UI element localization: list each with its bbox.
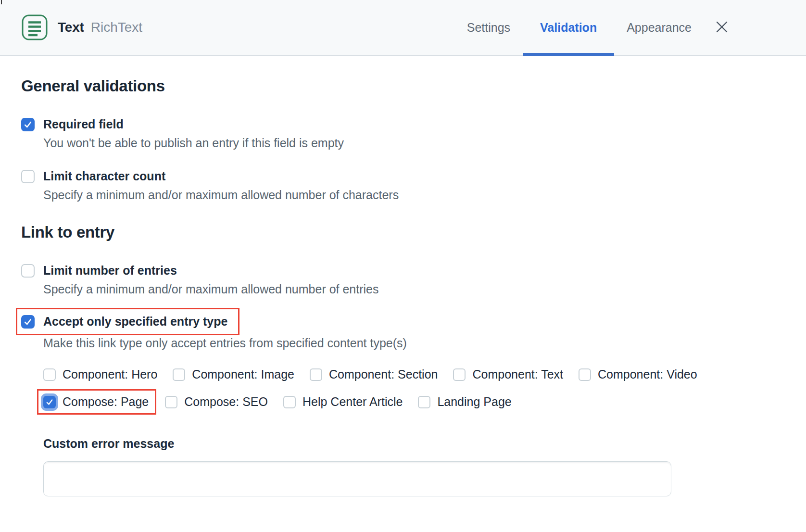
field-settings-header: Text RichText Settings Validation Appear… <box>0 0 806 56</box>
limit-character-count-description: Specify a minimum and/or maximum allowed… <box>43 188 806 202</box>
accept-specified-entry-type-description: Make this link type only accept entries … <box>43 336 806 350</box>
option-component-text[interactable]: Component: Text <box>453 367 563 381</box>
close-icon <box>715 20 729 35</box>
red-annotation-accept-entry-type: Accept only specified entry type <box>16 308 239 335</box>
row-required-field: Required field <box>21 117 806 131</box>
option-component-hero[interactable]: Component: Hero <box>43 367 157 381</box>
section-title-link-to-entry: Link to entry <box>21 223 806 241</box>
tab-appearance-label: Appearance <box>627 21 692 35</box>
content-type-row-2: Compose: Page Compose: SEO Help Center A… <box>43 389 806 415</box>
tab-validation-label: Validation <box>540 21 597 35</box>
validation-panel: General validations Required field You w… <box>0 77 806 496</box>
component-text-checkbox[interactable] <box>453 368 466 381</box>
compose-page-label[interactable]: Compose: Page <box>63 395 149 409</box>
accept-specified-entry-type-checkbox[interactable] <box>21 315 35 329</box>
required-field-label[interactable]: Required field <box>43 117 124 131</box>
limit-number-of-entries-description: Specify a minimum and/or maximum allowed… <box>43 282 806 296</box>
accept-specified-entry-type-label[interactable]: Accept only specified entry type <box>43 315 227 329</box>
option-compose-seo[interactable]: Compose: SEO <box>165 395 268 409</box>
required-field-description: You won't be able to publish an entry if… <box>43 136 806 150</box>
tab-settings-label: Settings <box>467 21 510 35</box>
option-component-video[interactable]: Component: Video <box>579 367 697 381</box>
field-title-group: Text RichText <box>21 0 142 55</box>
row-accept-specified-entry-type: Accept only specified entry type <box>21 315 227 329</box>
help-center-article-label[interactable]: Help Center Article <box>302 395 403 409</box>
required-field-checkbox[interactable] <box>21 118 35 131</box>
component-section-label[interactable]: Component: Section <box>329 367 438 381</box>
row-limit-number-of-entries: Limit number of entries <box>21 264 806 278</box>
compose-seo-label[interactable]: Compose: SEO <box>184 395 268 409</box>
limit-character-count-label[interactable]: Limit character count <box>43 169 165 183</box>
component-video-checkbox[interactable] <box>579 368 591 381</box>
content-type-row-1: Component: Hero Component: Image Compone… <box>43 367 806 381</box>
rich-text-field-icon <box>21 14 48 41</box>
tab-appearance[interactable]: Appearance <box>627 0 692 55</box>
tab-validation[interactable]: Validation <box>540 0 597 55</box>
help-center-article-checkbox[interactable] <box>283 396 296 408</box>
screenshot-edge-artifact <box>1 0 2 4</box>
tab-bar: Settings Validation Appearance <box>437 0 730 55</box>
option-component-image[interactable]: Component: Image <box>173 367 294 381</box>
component-image-label[interactable]: Component: Image <box>192 367 294 381</box>
compose-seo-checkbox[interactable] <box>165 396 177 408</box>
custom-error-message-label: Custom error message <box>43 437 806 451</box>
component-text-label[interactable]: Component: Text <box>472 367 563 381</box>
field-type: RichText <box>91 20 142 35</box>
field-name: Text <box>58 20 84 35</box>
limit-number-of-entries-checkbox[interactable] <box>21 264 35 278</box>
active-tab-underline <box>523 53 614 56</box>
red-annotation-compose-page: Compose: Page <box>37 389 156 415</box>
compose-page-checkbox[interactable] <box>43 396 56 408</box>
tab-settings[interactable]: Settings <box>467 0 510 55</box>
option-component-section[interactable]: Component: Section <box>310 367 438 381</box>
option-help-center-article[interactable]: Help Center Article <box>283 395 403 409</box>
option-landing-page[interactable]: Landing Page <box>418 395 511 409</box>
close-button[interactable] <box>714 19 730 36</box>
option-compose-page[interactable]: Compose: Page <box>43 395 149 409</box>
limit-number-of-entries-label[interactable]: Limit number of entries <box>43 264 177 278</box>
component-hero-label[interactable]: Component: Hero <box>63 367 157 381</box>
row-limit-character-count: Limit character count <box>21 169 806 183</box>
limit-character-count-checkbox[interactable] <box>21 170 35 183</box>
section-title-general-validations: General validations <box>21 77 806 95</box>
component-section-checkbox[interactable] <box>310 368 322 381</box>
component-video-label[interactable]: Component: Video <box>598 367 697 381</box>
landing-page-checkbox[interactable] <box>418 396 430 408</box>
component-image-checkbox[interactable] <box>173 368 185 381</box>
landing-page-label[interactable]: Landing Page <box>437 395 511 409</box>
content-type-options: Component: Hero Component: Image Compone… <box>43 367 806 415</box>
custom-error-message-input[interactable] <box>43 461 671 496</box>
component-hero-checkbox[interactable] <box>43 368 56 381</box>
